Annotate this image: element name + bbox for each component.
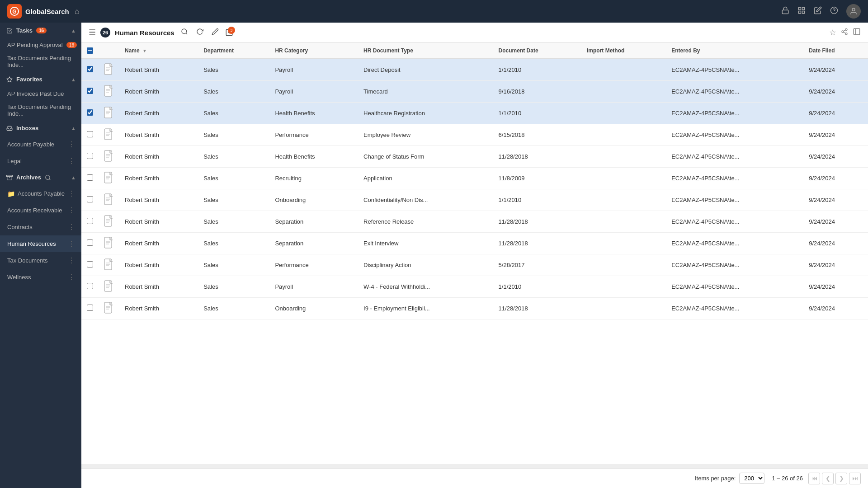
row-hr-doc-type: Application xyxy=(358,168,493,189)
row-checkbox-cell[interactable] xyxy=(81,276,99,298)
sidebar-item-tax-pending[interactable]: Tax Documents Pending Inde... xyxy=(0,52,81,71)
sidebar-tasks-header[interactable]: Tasks 16 ▲ xyxy=(0,23,81,38)
row-date-filed: 9/24/2024 xyxy=(803,233,868,254)
horizontal-scrollbar[interactable] xyxy=(81,465,868,468)
menu-icon[interactable]: ☰ xyxy=(89,28,96,38)
row-checkbox[interactable] xyxy=(87,88,93,94)
row-checkbox[interactable] xyxy=(87,305,93,311)
row-import-method xyxy=(581,81,666,103)
row-checkbox-cell[interactable] xyxy=(81,81,99,103)
sidebar-item-arch-wellness[interactable]: Wellness ⋮ xyxy=(0,269,81,286)
edit-icon[interactable] xyxy=(814,6,822,17)
user-avatar[interactable] xyxy=(846,4,861,19)
header-import-method[interactable]: Import Method xyxy=(581,43,666,59)
row-checkbox[interactable] xyxy=(87,131,93,137)
sidebar-item-ap-invoices[interactable]: AP Invoices Past Due xyxy=(0,87,81,100)
sidebar-item-arch-ar[interactable]: Accounts Receivable ⋮ xyxy=(0,202,81,219)
header-hr-category[interactable]: HR Category xyxy=(269,43,358,59)
doc-icon xyxy=(104,237,114,249)
name-sort-icon[interactable]: ▼ xyxy=(142,48,147,53)
table-row: Robert Smith Sales Recruiting Applicatio… xyxy=(81,168,868,189)
header-name[interactable]: Name ▼ xyxy=(119,43,198,59)
app-logo[interactable]: G GlobalSearch xyxy=(7,4,69,19)
row-icon-cell xyxy=(99,59,119,81)
grid-icon[interactable] xyxy=(797,6,806,17)
home-icon[interactable]: ⌂ xyxy=(75,7,80,16)
svg-point-9 xyxy=(852,8,855,11)
row-import-method xyxy=(581,168,666,189)
arch-contracts-label: Contracts xyxy=(7,224,33,230)
sidebar-item-fav-tax[interactable]: Tax Documents Pending Inde... xyxy=(0,100,81,120)
sidebar-item-inbox-legal[interactable]: Legal ⋮ xyxy=(0,153,81,169)
row-checkbox-cell[interactable] xyxy=(81,168,99,189)
row-checkbox[interactable] xyxy=(87,261,93,267)
row-checkbox[interactable] xyxy=(87,283,93,289)
row-checkbox-cell[interactable] xyxy=(81,254,99,276)
header-entered-by[interactable]: Entered By xyxy=(666,43,803,59)
favorite-star-icon[interactable]: ☆ xyxy=(829,28,836,38)
row-icon-cell xyxy=(99,124,119,146)
header-date-filed[interactable]: Date Filed xyxy=(803,43,868,59)
header-department[interactable]: Department xyxy=(198,43,269,59)
header-checkbox-col[interactable] xyxy=(81,43,99,59)
prev-page-btn[interactable]: ❮ xyxy=(822,473,834,484)
arch-hr-menu[interactable]: ⋮ xyxy=(66,239,77,249)
panel-icon[interactable] xyxy=(853,28,861,38)
row-checkbox[interactable] xyxy=(87,196,93,202)
row-checkbox[interactable] xyxy=(87,239,93,246)
search-toolbar-icon[interactable] xyxy=(179,26,190,39)
row-checkbox-cell[interactable] xyxy=(81,103,99,124)
row-checkbox-cell[interactable] xyxy=(81,124,99,146)
row-checkbox[interactable] xyxy=(87,109,93,116)
select-all-checkbox[interactable] xyxy=(87,47,93,54)
archive-search-icon[interactable] xyxy=(45,174,51,181)
sidebar-item-arch-hr[interactable]: Human Resources ⋮ xyxy=(0,235,81,252)
arch-wellness-menu[interactable]: ⋮ xyxy=(66,272,77,282)
sidebar-inboxes-header[interactable]: Inboxes ▲ xyxy=(0,120,81,136)
arch-tax-menu[interactable]: ⋮ xyxy=(66,255,77,266)
sidebar-favorites-header[interactable]: Favorites ▲ xyxy=(0,71,81,87)
sidebar-item-arch-ap[interactable]: 📁 Accounts Payable ⋮ xyxy=(0,185,81,202)
sidebar-item-inbox-ap[interactable]: Accounts Payable ⋮ xyxy=(0,136,81,153)
arch-ap-menu[interactable]: ⋮ xyxy=(66,188,77,199)
pencil-icon[interactable] xyxy=(210,26,221,39)
sidebar-item-arch-contracts[interactable]: Contracts ⋮ xyxy=(0,219,81,235)
arch-contracts-menu[interactable]: ⋮ xyxy=(66,222,77,232)
next-page-btn[interactable]: ❯ xyxy=(835,473,847,484)
inbox-legal-menu[interactable]: ⋮ xyxy=(66,156,77,166)
arch-ar-menu[interactable]: ⋮ xyxy=(66,205,77,216)
sidebar-item-arch-tax[interactable]: Tax Documents ⋮ xyxy=(0,252,81,269)
per-page-select[interactable]: 25 50 100 200 500 xyxy=(739,473,764,484)
table-row: Robert Smith Sales Separation Exit Inter… xyxy=(81,233,868,254)
inbox-icon xyxy=(6,125,13,131)
last-page-btn[interactable]: ⏭ xyxy=(849,473,861,484)
row-checkbox[interactable] xyxy=(87,218,93,224)
row-checkbox-cell[interactable] xyxy=(81,211,99,233)
row-checkbox[interactable] xyxy=(87,66,93,72)
row-checkbox[interactable] xyxy=(87,174,93,181)
refresh-icon[interactable] xyxy=(194,26,205,39)
row-checkbox-cell[interactable] xyxy=(81,233,99,254)
row-checkbox[interactable] xyxy=(87,153,93,159)
row-entered-by: EC2AMAZ-4P5CSNA\te... xyxy=(666,146,803,168)
help-icon[interactable] xyxy=(830,6,838,17)
row-name: Robert Smith xyxy=(119,81,198,103)
row-import-method xyxy=(581,254,666,276)
row-icon-cell xyxy=(99,103,119,124)
sidebar-item-ap-pending[interactable]: AP Pending Approval 16 xyxy=(0,38,81,52)
row-checkbox-cell[interactable] xyxy=(81,146,99,168)
row-checkbox-cell[interactable] xyxy=(81,59,99,81)
row-checkbox-cell[interactable] xyxy=(81,189,99,211)
header-hr-doc-type[interactable]: HR Document Type xyxy=(358,43,493,59)
row-checkbox-cell[interactable] xyxy=(81,298,99,319)
first-page-btn[interactable]: ⏮ xyxy=(808,473,820,484)
sidebar-archives-header[interactable]: Archives ▲ xyxy=(0,169,81,185)
svg-point-15 xyxy=(182,29,187,34)
tasks-icon-group[interactable]: 3 xyxy=(225,28,233,37)
row-department: Sales xyxy=(198,233,269,254)
lock-icon[interactable] xyxy=(781,6,789,17)
row-doc-date: 11/28/2018 xyxy=(493,298,581,319)
header-doc-date[interactable]: Document Date xyxy=(493,43,581,59)
inbox-ap-menu[interactable]: ⋮ xyxy=(66,139,77,150)
share-icon[interactable] xyxy=(841,28,848,37)
